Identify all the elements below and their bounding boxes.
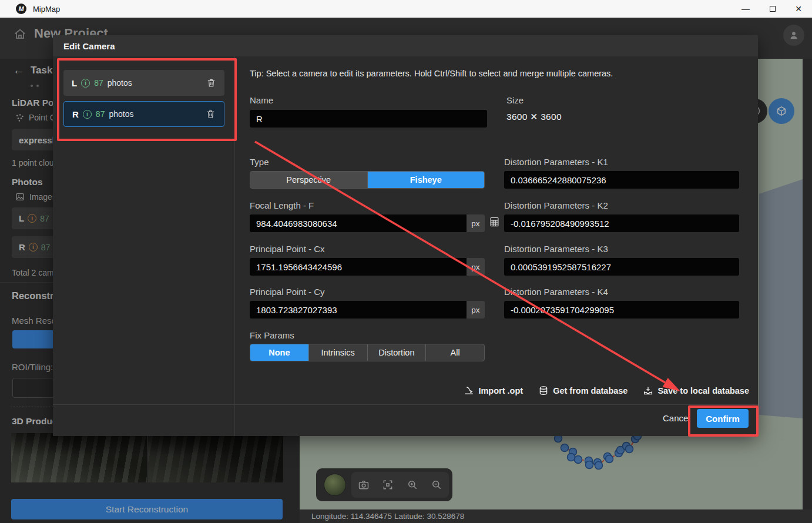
footer-divider [53,404,758,405]
info-icon[interactable]: i [83,110,92,119]
principal-cx-field[interactable] [250,258,467,276]
type-option-fisheye[interactable]: Fisheye [368,172,485,188]
import-icon [464,385,474,396]
fix-option-none[interactable]: None [250,344,309,361]
get-from-database-link[interactable]: Get from database [538,385,628,396]
camera-name: R [72,109,79,119]
window-titlebar: M MipMap — ✕ [0,0,812,18]
fix-option-intrinsics[interactable]: Intrinsics [309,344,368,361]
photo-count-suffix: photos [109,109,133,119]
type-label: Type [250,157,269,167]
edit-camera-dialog: Edit Camera L i 87 photos R i 87 photos … [53,35,758,436]
unit-px: px [467,258,485,276]
database-icon [538,385,549,396]
k3-field[interactable] [504,258,739,276]
fix-option-all[interactable]: All [426,344,484,361]
principal-cx-label: Principal Point - Cx [250,244,325,254]
app-logo-icon: M [16,4,26,14]
photo-count-suffix: photos [108,78,132,88]
cancel-button[interactable]: Cancel [663,413,690,423]
import-opt-link[interactable]: Import .opt [464,385,523,396]
camera-row-R-selected[interactable]: R i 87 photos [63,101,224,127]
k2-label: Distortion Parameters - K2 [504,200,608,210]
calculator-icon[interactable] [489,216,500,227]
photo-count: 87 [96,109,105,119]
principal-cy-field[interactable] [250,301,467,319]
size-value: 3600 ✕ 3600 [506,112,562,122]
k1-field[interactable] [504,171,739,189]
fix-params-label: Fix Params [250,330,294,340]
maximize-icon [770,6,776,12]
focal-length-field[interactable] [250,214,467,232]
dialog-tip-text: Tip: Select a camera to edit its paramet… [250,69,613,78]
k4-field[interactable] [504,301,739,319]
camera-list-panel: L i 87 photos R i 87 photos [53,56,235,436]
save-icon [643,385,653,396]
camera-type-toggle: Perspective Fisheye [250,171,485,189]
photo-count: 87 [94,78,103,88]
fix-option-distortion[interactable]: Distortion [368,344,427,361]
maximize-button[interactable] [759,0,786,18]
focal-length-label: Focal Length - F [250,200,314,210]
delete-camera-button[interactable] [206,78,216,88]
type-option-perspective[interactable]: Perspective [250,172,368,188]
k2-field[interactable] [504,214,739,232]
dialog-title: Edit Camera [53,35,758,56]
minimize-button[interactable]: — [732,0,759,18]
name-label: Name [250,95,273,105]
window-title: MipMap [33,5,60,14]
unit-px: px [467,301,485,319]
confirm-button[interactable]: Confirm [697,409,749,428]
info-icon[interactable]: i [81,79,90,88]
close-button[interactable]: ✕ [785,0,812,18]
fix-params-toggle: None Intrinsics Distortion All [250,344,485,361]
k3-label: Distortion Parameters - K3 [504,244,608,254]
database-actions: Import .opt Get from database Save to lo… [464,385,749,396]
k1-label: Distortion Parameters - K1 [504,157,608,167]
save-to-local-database-link[interactable]: Save to local database [643,385,749,396]
k4-label: Distortion Parameters - K4 [504,287,608,297]
unit-px: px [467,214,485,232]
size-label: Size [506,95,524,105]
principal-cy-label: Principal Point - Cy [250,287,325,297]
delete-camera-button[interactable] [206,109,216,119]
camera-row-L[interactable]: L i 87 photos [63,70,224,96]
name-field[interactable] [250,110,487,128]
camera-name: L [72,78,77,88]
